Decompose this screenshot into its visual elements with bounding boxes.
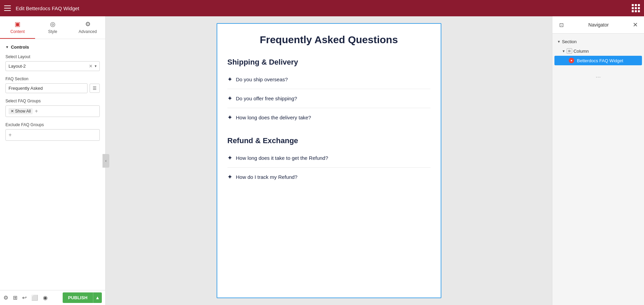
- responsive-icon[interactable]: ⬜: [31, 294, 38, 301]
- select-layout-clear-icon[interactable]: ✕: [89, 64, 93, 69]
- content-icon: ▣: [15, 20, 20, 28]
- section-chevron-icon: ▼: [557, 40, 561, 44]
- faq-section-row: ☰: [5, 83, 100, 93]
- show-all-tag[interactable]: ✕ Show All: [9, 108, 33, 114]
- navigator-header: ⊡ Navigator ✕: [552, 16, 644, 34]
- publish-button[interactable]: PUBLISH: [63, 292, 93, 303]
- select-layout-value: Layout-2: [9, 64, 89, 69]
- navigator-minimize-icon[interactable]: ⊡: [557, 21, 566, 29]
- controls-label: Controls: [11, 45, 29, 50]
- faq-plus-icon: ✦: [227, 76, 232, 83]
- faq-section-group: FAQ Section ☰: [5, 77, 100, 93]
- faq-item[interactable]: ✦ Do you ship overseas?: [227, 70, 430, 89]
- style-icon: ◎: [50, 20, 56, 28]
- tag-label: ✕ Show All: [11, 109, 31, 114]
- left-panel: ▣ Content ◎ Style ⚙ Advanced ▼ Controls …: [0, 16, 106, 305]
- exclude-faq-groups-label: Exclude FAQ Groups: [5, 122, 100, 127]
- tab-style-label: Style: [48, 29, 57, 34]
- panel-collapse-handle[interactable]: ‹: [103, 154, 109, 168]
- navigator-item-betterdocs[interactable]: ● Betterdocs FAQ Widget: [554, 56, 642, 65]
- betterdocs-label: Betterdocs FAQ Widget: [577, 58, 623, 63]
- section-label: Section: [562, 39, 577, 44]
- select-layout-label: Select Layout: [5, 54, 100, 59]
- select-faq-groups-group: Select FAQ Groups ✕ Show All +: [5, 99, 100, 117]
- faq-item[interactable]: ✦ How long does the delivery take?: [227, 108, 430, 127]
- navigator-ellipsis: ...: [552, 69, 644, 83]
- faq-plus-icon: ✦: [227, 95, 232, 102]
- select-layout-group: Select Layout Layout-2 ✕ ▾: [5, 54, 100, 71]
- hamburger-menu[interactable]: [4, 5, 11, 11]
- faq-section-icon-button[interactable]: ☰: [90, 84, 100, 93]
- navigator-item-section[interactable]: ▼ Section: [552, 37, 644, 46]
- select-layout-dropdown-icon[interactable]: ▾: [95, 64, 97, 68]
- faq-item[interactable]: ✦ How long does it take to get the Refun…: [227, 149, 430, 168]
- exclude-faq-groups-field[interactable]: +: [5, 129, 100, 141]
- topbar-title: Edit Betterdocs FAQ Widget: [16, 5, 632, 11]
- tab-advanced[interactable]: ⚙ Advanced: [70, 16, 105, 39]
- faq-widget: Frequently Asked Questions Shipping & De…: [217, 23, 441, 298]
- center-canvas: Frequently Asked Questions Shipping & De…: [106, 16, 552, 305]
- faq-main-title: Frequently Asked Questions: [227, 34, 430, 46]
- column-label: Column: [574, 49, 589, 54]
- faq-section-refund-title: Refund & Exchange: [227, 134, 430, 145]
- faq-section-label: FAQ Section: [5, 77, 100, 81]
- publish-group: PUBLISH ▲: [63, 292, 102, 303]
- layers-icon[interactable]: ⊞: [13, 294, 17, 301]
- apps-grid-icon[interactable]: [632, 4, 640, 12]
- navigator-title: Navigator: [566, 22, 631, 28]
- editor-tabs: ▣ Content ◎ Style ⚙ Advanced: [0, 16, 105, 39]
- exclude-add-icon[interactable]: +: [9, 132, 12, 138]
- advanced-icon: ⚙: [85, 20, 91, 28]
- right-panel: ⊡ Navigator ✕ ▼ Section ▼ ⊞ Column ● Bet…: [552, 16, 644, 305]
- faq-section-refund: Refund & Exchange ✦ How long does it tak…: [227, 134, 430, 186]
- navigator-tree: ▼ Section ▼ ⊞ Column ● Betterdocs FAQ Wi…: [552, 34, 644, 69]
- faq-plus-icon: ✦: [227, 155, 232, 161]
- tab-advanced-label: Advanced: [79, 29, 97, 34]
- bottom-toolbar: ⚙ ⊞ ↩ ⬜ ◉ PUBLISH ▲: [0, 290, 105, 305]
- navigator-item-column[interactable]: ▼ ⊞ Column: [552, 46, 644, 56]
- faq-question: How do I track my Refund?: [236, 174, 298, 180]
- faq-question: Do you offer free shipping?: [236, 96, 297, 101]
- faq-section-input[interactable]: [5, 83, 88, 93]
- topbar: Edit Betterdocs FAQ Widget: [0, 0, 644, 16]
- controls-arrow-icon: ▼: [5, 45, 9, 49]
- tab-content[interactable]: ▣ Content: [0, 16, 35, 39]
- tag-add-icon[interactable]: +: [35, 108, 38, 114]
- faq-section-shipping: Shipping & Delivery ✦ Do you ship overse…: [227, 55, 430, 127]
- faq-question: Do you ship overseas?: [236, 77, 288, 82]
- faq-plus-icon: ✦: [227, 114, 232, 121]
- select-faq-groups-label: Select FAQ Groups: [5, 99, 100, 103]
- faq-groups-tags-field[interactable]: ✕ Show All +: [5, 105, 100, 117]
- panel-content: ▼ Controls Select Layout Layout-2 ✕ ▾ FA…: [0, 39, 105, 290]
- history-icon[interactable]: ↩: [22, 294, 27, 301]
- column-chevron-icon: ▼: [562, 49, 565, 53]
- exclude-faq-groups-group: Exclude FAQ Groups +: [5, 122, 100, 141]
- eye-icon[interactable]: ◉: [43, 294, 48, 301]
- settings-icon[interactable]: ⚙: [3, 294, 8, 301]
- tab-style[interactable]: ◎ Style: [35, 16, 70, 39]
- select-layout-field[interactable]: Layout-2 ✕ ▾: [5, 61, 100, 71]
- betterdocs-icon: ●: [569, 58, 574, 63]
- faq-question: How long does it take to get the Refund?: [236, 155, 328, 161]
- publish-dropdown-button[interactable]: ▲: [93, 292, 102, 303]
- faq-section-shipping-title: Shipping & Delivery: [227, 55, 430, 67]
- faq-item[interactable]: ✦ Do you offer free shipping?: [227, 89, 430, 108]
- faq-question: How long does the delivery take?: [236, 115, 311, 120]
- tab-content-label: Content: [10, 29, 25, 34]
- navigator-close-icon[interactable]: ✕: [631, 20, 639, 29]
- faq-item[interactable]: ✦ How do I track my Refund?: [227, 168, 430, 186]
- faq-plus-icon: ✦: [227, 174, 232, 180]
- column-icon: ⊞: [567, 48, 572, 54]
- controls-section-header[interactable]: ▼ Controls: [5, 45, 100, 50]
